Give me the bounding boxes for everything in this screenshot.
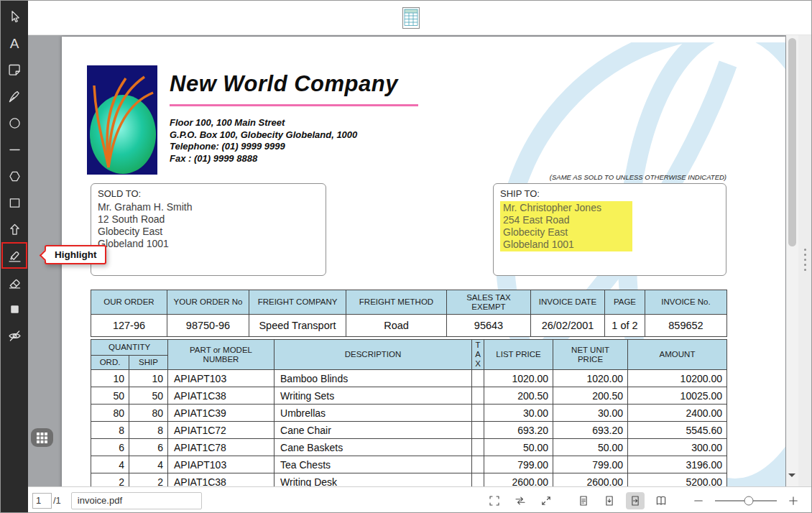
tool-sidebar: A (1, 1, 28, 513)
scrollbar-thumb[interactable] (788, 38, 796, 246)
cell: 26/02/2001 (531, 315, 605, 337)
tool-arrow[interactable] (1, 216, 28, 243)
two-page-view-button[interactable] (652, 492, 670, 509)
cell: 10 (91, 370, 129, 387)
tool-select[interactable] (1, 4, 28, 30)
expand-icon (540, 494, 553, 507)
company-address: Floor 100, 100 Main Street G.P.O. Box 10… (170, 117, 357, 165)
tool-polygon[interactable] (1, 163, 28, 190)
cell: Umbrellas (274, 405, 472, 422)
sold-to-line: Globecity East (98, 226, 319, 238)
cell: 693.20 (553, 422, 628, 439)
cell: 50.00 (553, 439, 628, 456)
items-header-row: QUANTITY PART or MODEL NUMBER DESCRIPTIO… (91, 340, 727, 356)
sold-to-line: 12 South Road (98, 213, 319, 226)
fit-width-view-button[interactable] (626, 492, 645, 509)
tool-rectangle[interactable] (1, 190, 28, 216)
line-icon (7, 142, 22, 157)
address-line: Floor 100, 100 Main Street (170, 117, 357, 129)
zoom-out-button[interactable] (689, 492, 708, 509)
cell: 127-96 (91, 315, 167, 337)
cell: 80 (91, 405, 129, 422)
right-panel-strip (798, 35, 812, 486)
tool-line[interactable] (1, 137, 28, 163)
cell: APIAT1C72 (168, 422, 274, 439)
col-header-part: PART or MODEL NUMBER (168, 340, 274, 370)
panel-drag-handle[interactable] (804, 249, 806, 271)
company-logo (87, 65, 157, 175)
rectangle-icon (7, 195, 22, 211)
tool-pen[interactable] (1, 83, 28, 110)
zoom-out-icon (692, 494, 705, 507)
company-name: New World Company (170, 71, 398, 97)
eraser-icon (7, 275, 22, 290)
sold-to-line: Globeland 1001 (98, 238, 319, 250)
address-line: G.P.O. Box 100, Globecity Globeland, 100… (170, 129, 357, 142)
page-number-input[interactable] (32, 493, 52, 509)
address-line: Telephone: (01) 9999 9999 (170, 141, 357, 153)
scroll-down-button[interactable] (788, 471, 797, 481)
cell (472, 387, 484, 405)
page-fit-icon (629, 494, 642, 507)
highlight-annotation[interactable]: Mr. Christopher Jones 254 East Road Glob… (500, 201, 632, 251)
fit-page-button[interactable] (485, 492, 504, 509)
col-header-ord: ORD. (91, 355, 129, 369)
cell: Cane Chair (274, 422, 472, 439)
top-toolbar (28, 1, 812, 35)
tool-highlight[interactable] (1, 243, 28, 269)
sold-to-line: Mr. Graham H. Smith (98, 201, 319, 213)
cell: 30.00 (553, 405, 628, 422)
col-header-tax: TAX (472, 340, 484, 370)
grid-panel-button[interactable] (31, 428, 53, 447)
cell: 2 (129, 473, 168, 487)
col-header: INVOICE No. (645, 290, 727, 315)
expand-button[interactable] (537, 492, 555, 509)
address-line: Fax : (01) 9999 8888 (170, 153, 357, 165)
zoom-slider[interactable] (715, 492, 777, 509)
filename-input[interactable] (71, 492, 202, 509)
cell: 1020.00 (553, 370, 628, 387)
col-header-list-price: LIST PRICE (484, 340, 553, 370)
cell: 3196.00 (628, 456, 727, 473)
vertical-scrollbar[interactable] (786, 35, 798, 486)
cell: 1020.00 (484, 370, 553, 387)
cell: APIAT1C78 (168, 439, 274, 456)
cell: 80 (129, 405, 168, 422)
table-stamp-button[interactable] (402, 7, 420, 29)
tool-hide-annotations[interactable] (1, 323, 28, 349)
col-header-ship: SHIP (129, 355, 168, 369)
tool-note[interactable] (1, 57, 28, 83)
tool-ellipse[interactable] (1, 110, 28, 137)
grid-icon (37, 433, 47, 443)
tool-text[interactable]: A (1, 30, 28, 57)
cell: 4 (91, 456, 129, 473)
item-row: 80 80 APIAT1C39 Umbrellas 30.00 30.00 24… (91, 405, 727, 422)
cell: 4 (129, 456, 168, 473)
sold-to-label: SOLD TO: (98, 188, 319, 200)
cell: 10 (129, 370, 168, 387)
item-row: 10 10 APIAPT103 Bamboo Blinds 1020.00 10… (91, 370, 727, 387)
cell: 5545.60 (628, 422, 727, 439)
hide-annotations-icon (7, 328, 22, 343)
filled-rectangle-icon (7, 302, 22, 317)
zoom-slider-knob[interactable] (744, 496, 754, 505)
continuous-scroll-view-button[interactable] (600, 492, 619, 509)
cell: 799.00 (553, 456, 628, 473)
col-header-amount: AMOUNT (628, 340, 727, 370)
tooltip-label: Highlight (55, 249, 96, 260)
cell: Road (346, 315, 447, 337)
dot (804, 249, 806, 251)
cell: 50.00 (484, 439, 553, 456)
cell (472, 473, 484, 487)
polygon-icon (7, 169, 22, 184)
cell (472, 422, 484, 439)
zoom-in-button[interactable] (784, 492, 803, 509)
col-header: INVOICE DATE (531, 290, 605, 315)
col-header: SALES TAX EXEMPT (447, 290, 531, 315)
tool-filled-rectangle[interactable] (1, 296, 28, 323)
single-page-view-button[interactable] (574, 492, 593, 509)
cell: 98750-96 (167, 315, 249, 337)
cell: 2600.00 (553, 473, 628, 487)
swap-view-button[interactable] (511, 492, 530, 509)
tool-eraser[interactable] (1, 269, 28, 296)
